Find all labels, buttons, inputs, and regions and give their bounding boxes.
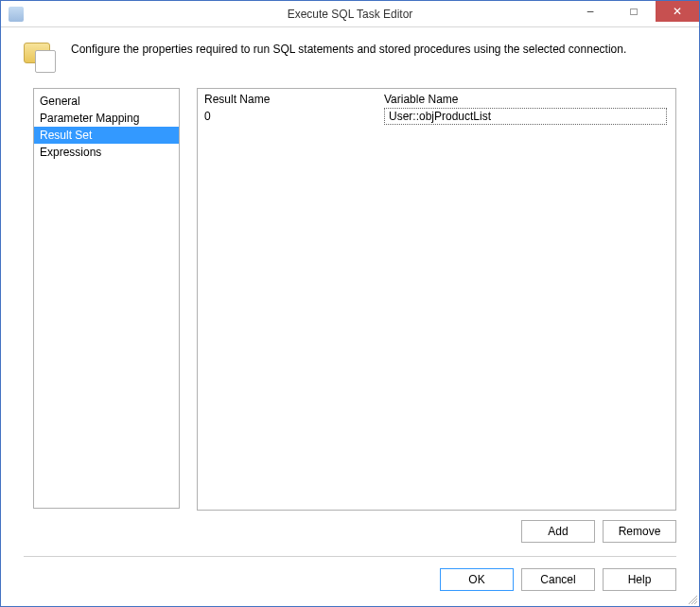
- dialog-window: Execute SQL Task Editor – □ ✕ Configure …: [0, 0, 700, 607]
- minimize-button[interactable]: –: [569, 1, 612, 22]
- col-header-result-name[interactable]: Result Name: [204, 93, 384, 106]
- remove-button[interactable]: Remove: [603, 520, 676, 543]
- header-area: Configure the properties required to run…: [1, 27, 699, 84]
- right-pane: Result Name Variable Name 0 User::objPro…: [197, 88, 676, 543]
- nav-item-expressions[interactable]: Expressions: [34, 144, 179, 161]
- grid-header: Result Name Variable Name: [201, 92, 673, 107]
- cancel-button[interactable]: Cancel: [521, 568, 595, 591]
- cell-variable-name[interactable]: User::objProductList: [384, 108, 667, 125]
- window-controls: – □ ✕: [569, 1, 699, 22]
- task-icon: [24, 41, 58, 75]
- resize-grip-icon[interactable]: [686, 593, 697, 604]
- add-button[interactable]: Add: [521, 520, 595, 543]
- body-area: General Parameter Mapping Result Set Exp…: [1, 84, 699, 543]
- ok-button[interactable]: OK: [440, 568, 514, 591]
- header-description: Configure the properties required to run…: [71, 41, 626, 56]
- grid-row[interactable]: 0 User::objProductList: [201, 107, 673, 126]
- cell-result-name[interactable]: 0: [204, 110, 384, 123]
- maximize-button[interactable]: □: [612, 1, 656, 22]
- content-area: Configure the properties required to run…: [1, 27, 699, 606]
- help-button[interactable]: Help: [603, 568, 676, 591]
- nav-item-general[interactable]: General: [34, 93, 179, 110]
- app-icon: [9, 7, 24, 22]
- titlebar[interactable]: Execute SQL Task Editor – □ ✕: [1, 1, 699, 27]
- col-header-variable-name[interactable]: Variable Name: [384, 93, 669, 106]
- nav-item-result-set[interactable]: Result Set: [34, 127, 179, 144]
- nav-panel: General Parameter Mapping Result Set Exp…: [33, 88, 180, 509]
- footer-buttons: OK Cancel Help: [1, 557, 699, 606]
- grid-buttons: Add Remove: [197, 511, 676, 543]
- nav-item-parameter-mapping[interactable]: Parameter Mapping: [34, 110, 179, 127]
- close-button[interactable]: ✕: [656, 1, 699, 22]
- result-grid: Result Name Variable Name 0 User::objPro…: [197, 88, 676, 511]
